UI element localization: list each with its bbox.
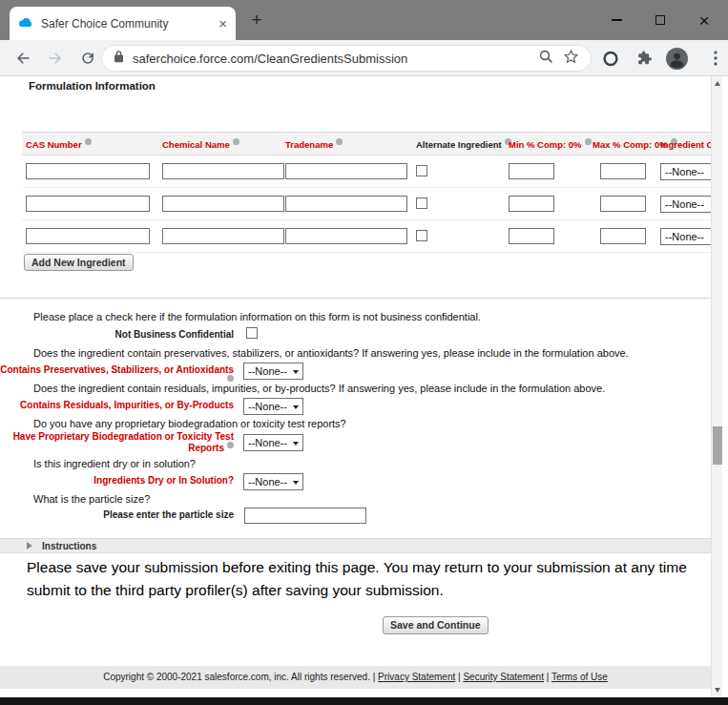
- scroll-up-button[interactable]: [712, 76, 723, 91]
- chevron-down-icon: [293, 481, 299, 487]
- tradename-input[interactable]: [285, 163, 407, 179]
- alternate-ingredient-checkbox[interactable]: [416, 165, 427, 176]
- lock-icon[interactable]: [114, 50, 124, 67]
- new-tab-button[interactable]: +: [244, 8, 269, 32]
- taskbar-strip: [0, 697, 728, 705]
- zoom-magnifier-icon[interactable]: [538, 49, 554, 69]
- preservatives-select[interactable]: --None--: [243, 363, 303, 380]
- ingredient-class-select[interactable]: --None--: [660, 196, 711, 213]
- dry-or-solution-question: Is this ingredient dry or in solution?: [33, 458, 196, 469]
- refresh-icon[interactable]: [79, 50, 96, 67]
- profile-avatar[interactable]: [666, 48, 688, 70]
- collapse-triangle-icon: [27, 542, 36, 549]
- chemical-name-input[interactable]: [162, 196, 284, 212]
- min-comp-input[interactable]: [509, 196, 554, 212]
- ingredient-row: --None--: [22, 188, 711, 220]
- maximize-button[interactable]: [638, 0, 682, 40]
- table-header-row: CAS Number Chemical Name Tradename Alter…: [22, 133, 711, 156]
- help-icon[interactable]: [585, 138, 592, 145]
- browser-tab[interactable]: Safer Choice Community ×: [10, 7, 236, 40]
- col-header-alternate-ingredient: Alternate Ingredient: [412, 133, 505, 156]
- chemical-name-input[interactable]: [162, 228, 284, 244]
- chevron-down-icon: [293, 442, 299, 448]
- close-button[interactable]: ×: [682, 0, 726, 40]
- col-header-chemical-name: Chemical Name: [158, 133, 281, 156]
- instructions-section-header[interactable]: Instructions: [0, 538, 711, 553]
- arrow-up-icon: [715, 78, 720, 86]
- url-text[interactable]: saferchoice.force.com/CleanGredientsSubm…: [133, 52, 530, 66]
- browser-window: Safer Choice Community × + × saferchoice…: [0, 0, 728, 705]
- minimize-button[interactable]: [594, 0, 638, 40]
- help-icon[interactable]: [227, 442, 234, 448]
- help-icon[interactable]: [85, 138, 92, 145]
- confidential-question: Please place a check here if the formula…: [33, 311, 481, 322]
- cas-number-input[interactable]: [26, 228, 150, 244]
- alternate-ingredient-checkbox[interactable]: [416, 197, 427, 209]
- max-comp-input[interactable]: [600, 228, 646, 244]
- cas-number-input[interactable]: [26, 196, 150, 212]
- privacy-statement-link[interactable]: Privacy Statement: [378, 672, 455, 682]
- terms-of-use-link[interactable]: Terms of Use: [551, 672, 608, 682]
- salesforce-cloud-favicon: [18, 15, 33, 32]
- alternate-ingredient-checkbox[interactable]: [416, 230, 427, 241]
- security-statement-link[interactable]: Security Statement: [463, 672, 543, 682]
- residuals-select[interactable]: --None--: [243, 398, 303, 415]
- help-icon[interactable]: [336, 138, 343, 145]
- cas-number-input[interactable]: [26, 163, 150, 179]
- tab-close-icon[interactable]: ×: [218, 16, 227, 31]
- add-new-ingredient-button[interactable]: Add New Ingredient: [24, 254, 134, 271]
- chevron-down-icon: [293, 405, 299, 412]
- close-icon: ×: [698, 11, 709, 30]
- help-icon[interactable]: [227, 375, 234, 382]
- page-footer: Copyright © 2000-2021 salesforce.com, in…: [0, 666, 711, 689]
- chemical-name-input[interactable]: [162, 163, 284, 179]
- bookmark-star-icon[interactable]: [563, 49, 579, 69]
- col-header-ingredient-class: Ingredient Class: [656, 133, 711, 156]
- minimize-icon: [612, 19, 622, 21]
- reports-question: Do you have any proprietary biodegradati…: [33, 418, 346, 429]
- min-comp-input[interactable]: [509, 163, 554, 179]
- back-icon[interactable]: [14, 50, 31, 67]
- max-comp-input[interactable]: [600, 196, 646, 212]
- copyright-text: Copyright © 2000-2021 salesforce.com, in…: [103, 672, 370, 682]
- section-title: Formulation Information: [29, 80, 156, 92]
- reports-label: Have Proprietary Biodegradation or Toxic…: [0, 431, 234, 453]
- tab-title: Safer Choice Community: [41, 17, 211, 31]
- residuals-question: Does the ingredient contain residuals, i…: [33, 383, 605, 394]
- forward-icon: [47, 50, 64, 67]
- not-business-confidential-checkbox[interactable]: [246, 327, 258, 339]
- instructions-line-2: submit to the third party profiler(s) af…: [27, 579, 711, 602]
- tradename-input[interactable]: [285, 228, 407, 244]
- reports-select[interactable]: --None--: [243, 434, 303, 451]
- scroll-down-button[interactable]: [712, 683, 723, 697]
- extensions-puzzle-icon[interactable]: [635, 50, 653, 67]
- residuals-label: Contains Residuals, Impurities, or By-Pr…: [0, 400, 234, 410]
- circular-extension-icon[interactable]: [602, 50, 619, 67]
- arrow-down-icon: [715, 688, 720, 695]
- particle-size-question: What is the particle size?: [33, 493, 150, 505]
- max-comp-input[interactable]: [600, 163, 646, 179]
- browser-toolbar: saferchoice.force.com/CleanGredientsSubm…: [0, 40, 728, 76]
- save-and-continue-button[interactable]: Save and Continue: [383, 616, 489, 634]
- col-header-tradename: Tradename: [281, 133, 412, 156]
- window-controls: ×: [594, 0, 726, 40]
- preservatives-question: Does the ingredient contain preservative…: [33, 347, 629, 359]
- section-divider: [0, 298, 711, 299]
- ingredient-class-select[interactable]: --None--: [660, 163, 711, 180]
- help-icon[interactable]: [233, 138, 239, 145]
- address-bar[interactable]: saferchoice.force.com/CleanGredientsSubm…: [101, 45, 592, 72]
- col-header-min-comp: Min % Comp: 0%: [505, 133, 589, 156]
- chevron-down-icon: [293, 370, 299, 377]
- scrollbar-thumb[interactable]: [713, 426, 722, 465]
- dry-or-solution-label: Ingredients Dry or In Solution?: [0, 475, 234, 486]
- particle-size-input[interactable]: [244, 508, 366, 524]
- maximize-icon: [655, 15, 665, 25]
- dry-or-solution-select[interactable]: --None--: [243, 473, 303, 490]
- tradename-input[interactable]: [285, 196, 407, 212]
- menu-kebab-icon[interactable]: [707, 50, 724, 67]
- vertical-scrollbar[interactable]: [711, 76, 722, 697]
- ingredient-class-select[interactable]: --None--: [660, 228, 711, 245]
- page-content: Formulation Information CAS Number Chemi…: [0, 76, 711, 697]
- min-comp-input[interactable]: [509, 228, 554, 244]
- instructions-line-1: Please save your submission before exiti…: [27, 556, 711, 579]
